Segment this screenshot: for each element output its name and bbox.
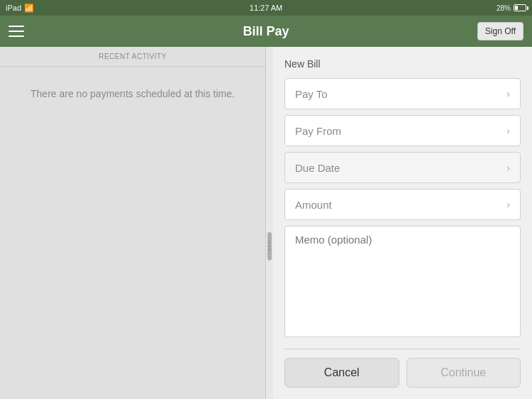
cancel-button[interactable]: Cancel bbox=[284, 358, 399, 388]
menu-line-2 bbox=[9, 31, 24, 32]
recent-activity-header: RECENT ACTIVITY bbox=[0, 47, 265, 67]
memo-field[interactable] bbox=[284, 226, 521, 337]
divider bbox=[284, 349, 521, 349]
amount-chevron-icon: › bbox=[506, 199, 510, 210]
right-panel: New Bill Pay To › Pay From › Due Date › … bbox=[273, 47, 532, 399]
drag-dot-3 bbox=[269, 249, 270, 251]
panel-resize-handle[interactable] bbox=[266, 47, 273, 399]
pay-to-label: Pay To bbox=[295, 88, 328, 100]
pay-to-field[interactable]: Pay To › bbox=[284, 78, 521, 109]
device-label: iPad bbox=[6, 4, 21, 12]
memo-textarea[interactable] bbox=[295, 234, 510, 329]
status-bar: iPad 📶 11:27 AM 28% bbox=[0, 0, 532, 16]
pay-to-chevron-icon: › bbox=[506, 88, 510, 99]
pay-from-label: Pay From bbox=[295, 125, 341, 137]
status-right: 28% bbox=[497, 4, 526, 12]
battery-pct: 28% bbox=[497, 4, 511, 12]
nav-bar: Bill Pay Sign Off bbox=[0, 16, 532, 47]
pay-from-chevron-icon: › bbox=[506, 125, 510, 136]
main-content: RECENT ACTIVITY There are no payments sc… bbox=[0, 47, 532, 399]
page-title: Bill Pay bbox=[243, 24, 289, 39]
amount-field[interactable]: Amount › bbox=[284, 189, 521, 220]
pay-from-field[interactable]: Pay From › bbox=[284, 115, 521, 146]
new-bill-title: New Bill bbox=[284, 58, 521, 70]
drag-dot-2 bbox=[269, 246, 270, 247]
action-buttons: Cancel Continue bbox=[284, 355, 521, 388]
menu-button[interactable] bbox=[9, 21, 28, 41]
battery-icon bbox=[514, 4, 526, 11]
wifi-icon: 📶 bbox=[24, 4, 34, 13]
recent-activity-label: RECENT ACTIVITY bbox=[99, 53, 167, 60]
amount-label: Amount bbox=[295, 199, 332, 211]
menu-line-3 bbox=[9, 35, 24, 37]
no-payments-section: There are no payments scheduled at this … bbox=[0, 67, 265, 399]
continue-button[interactable]: Continue bbox=[406, 358, 521, 388]
drag-handle-inner bbox=[267, 232, 272, 261]
due-date-field[interactable]: Due Date › bbox=[284, 152, 521, 183]
status-time: 11:27 AM bbox=[250, 4, 282, 12]
menu-line-1 bbox=[9, 26, 24, 27]
due-date-label: Due Date bbox=[295, 162, 340, 174]
due-date-chevron-icon: › bbox=[506, 162, 510, 173]
left-panel: RECENT ACTIVITY There are no payments sc… bbox=[0, 47, 266, 399]
status-left: iPad 📶 bbox=[6, 4, 34, 13]
drag-dot-1 bbox=[269, 242, 270, 244]
sign-off-button[interactable]: Sign Off bbox=[477, 22, 523, 40]
no-payments-text: There are no payments scheduled at this … bbox=[31, 88, 235, 99]
